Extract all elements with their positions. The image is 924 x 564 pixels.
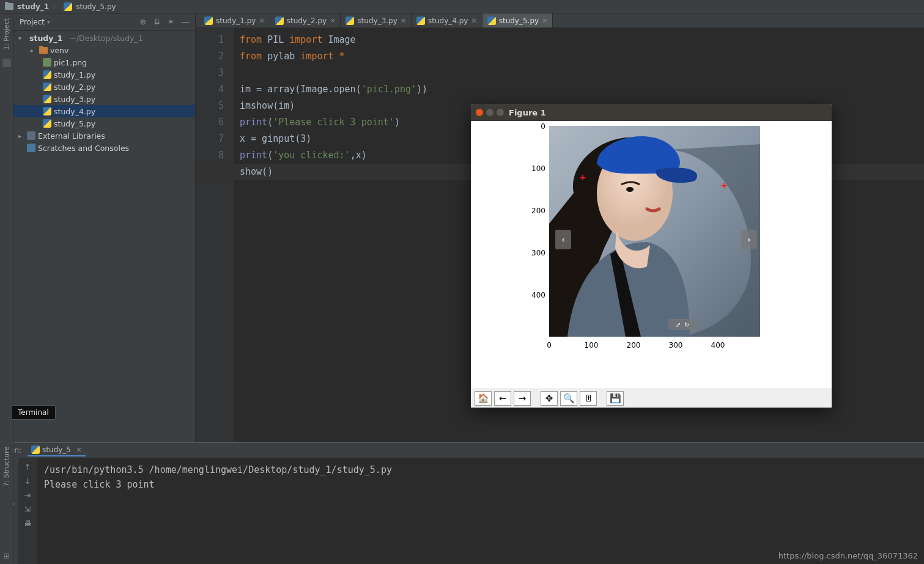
tree-label: study_5.py bbox=[54, 119, 95, 128]
python-icon bbox=[204, 16, 213, 25]
tree-file-selected[interactable]: study_4.py bbox=[13, 105, 195, 117]
sidebar-title[interactable]: Project bbox=[20, 18, 45, 26]
locate-icon[interactable]: ⊕ bbox=[138, 17, 148, 26]
window-maximize-icon[interactable] bbox=[497, 109, 504, 116]
python-icon bbox=[487, 16, 496, 25]
tree-label: study_3.py bbox=[54, 95, 95, 104]
home-button[interactable]: 🏠 bbox=[475, 391, 492, 406]
close-icon[interactable]: × bbox=[330, 16, 335, 24]
terminal-tooltip: Terminal bbox=[11, 405, 56, 420]
zoom-button[interactable]: 🔍 bbox=[560, 391, 577, 406]
breadcrumb: study_1 〉 study_5.py bbox=[0, 0, 924, 13]
python-icon bbox=[346, 16, 354, 25]
library-icon bbox=[27, 131, 35, 140]
folder-icon bbox=[39, 47, 48, 54]
image-icon bbox=[43, 58, 51, 67]
run-tab-label: study_5 bbox=[42, 445, 71, 454]
run-toolbar-2: ↑ ↓ ⇥ ⇲ 🖶 bbox=[18, 458, 37, 564]
svg-point-2 bbox=[626, 187, 634, 192]
structure-tool-button[interactable]: 7: Structure bbox=[2, 447, 10, 486]
structure-rail: 7: Structure ⊞ bbox=[0, 442, 13, 564]
run-panel: Run: study_5× ↻ ⊞ 📌 ↑ ↓ ⇥ ⇲ 🖶 /usr/bin/p… bbox=[0, 442, 924, 564]
python-icon bbox=[43, 107, 51, 115]
python-icon bbox=[43, 82, 51, 91]
fullscreen-buttons[interactable]: ⤢↻ bbox=[668, 319, 697, 330]
tree-root-path: ~/Desktop/study_1 bbox=[70, 34, 142, 43]
tab-label: study_4.py bbox=[428, 16, 468, 25]
next-image-button[interactable]: › bbox=[741, 230, 757, 249]
tree-root-name: study_1 bbox=[29, 34, 62, 43]
wrap-icon[interactable]: ⇥ bbox=[24, 491, 31, 500]
console-output[interactable]: /usr/bin/python3.5 /home/menglingwei/Des… bbox=[37, 458, 924, 564]
pan-button[interactable]: ✥ bbox=[541, 391, 558, 406]
hide-icon[interactable]: — bbox=[180, 17, 191, 26]
tab-label: study_3.py bbox=[357, 16, 397, 25]
run-tab[interactable]: study_5× bbox=[28, 444, 86, 456]
tab-label: study_1.py bbox=[216, 16, 256, 25]
tab-study-5[interactable]: study_5.py× bbox=[482, 13, 553, 27]
tree-file[interactable]: study_1.py bbox=[13, 68, 195, 81]
tree-file[interactable]: study_3.py bbox=[13, 93, 195, 105]
close-icon[interactable]: × bbox=[542, 16, 547, 24]
tree-external[interactable]: ▸External Libraries bbox=[13, 130, 195, 142]
gear-icon[interactable]: ✶ bbox=[166, 17, 176, 26]
xtick: 300 bbox=[669, 341, 683, 350]
console-line: Please click 3 point bbox=[44, 477, 917, 492]
forward-button[interactable]: → bbox=[514, 391, 531, 406]
figure-axes[interactable] bbox=[549, 126, 760, 337]
save-button[interactable]: 💾 bbox=[607, 391, 624, 406]
figure-canvas[interactable]: 0 100 200 300 400 0 100 200 300 400 + + … bbox=[471, 121, 832, 389]
window-minimize-icon[interactable] bbox=[486, 109, 493, 116]
window-close-icon[interactable] bbox=[476, 109, 483, 116]
scroll-icon[interactable]: ⇲ bbox=[24, 505, 31, 514]
tab-study-2[interactable]: study_2.py× bbox=[270, 13, 341, 27]
prev-image-button[interactable]: ‹ bbox=[555, 230, 571, 249]
line-gutter: 123456789 bbox=[196, 28, 234, 442]
tree-scratches[interactable]: Scratches and Consoles bbox=[13, 142, 195, 154]
project-sidebar: Project ▾ ⊕ ⇊ ✶ — ▾study_1 ~/Desktop/stu… bbox=[13, 13, 196, 442]
configure-button[interactable]: 🎚 bbox=[580, 391, 597, 406]
close-icon[interactable]: × bbox=[471, 16, 476, 24]
tree-label: pic1.png bbox=[54, 58, 87, 67]
tab-study-4[interactable]: study_4.py× bbox=[412, 13, 482, 27]
down-icon[interactable]: ↓ bbox=[24, 477, 31, 486]
tree-file[interactable]: study_5.py bbox=[13, 117, 195, 130]
scratches-icon bbox=[27, 144, 35, 152]
close-icon[interactable]: × bbox=[259, 16, 264, 24]
back-button[interactable]: ← bbox=[494, 391, 511, 406]
tree-file[interactable]: study_2.py bbox=[13, 81, 195, 93]
ytick: 100 bbox=[526, 164, 545, 173]
tree-file[interactable]: pic1.png bbox=[13, 56, 195, 68]
project-tool-button[interactable]: 1: Project bbox=[2, 18, 10, 50]
xtick: 0 bbox=[547, 341, 552, 350]
collapse-icon[interactable]: ⇊ bbox=[152, 17, 162, 26]
figure-titlebar[interactable]: Figure 1 bbox=[471, 104, 832, 121]
chevron-icon: 〉 bbox=[53, 1, 60, 12]
close-icon[interactable]: × bbox=[401, 16, 406, 24]
xtick: 200 bbox=[627, 341, 641, 350]
up-icon[interactable]: ↑ bbox=[24, 463, 31, 472]
print-icon[interactable]: 🖶 bbox=[24, 519, 32, 528]
rotate-icon[interactable]: ↻ bbox=[684, 321, 689, 328]
ytick: 300 bbox=[526, 249, 545, 257]
python-icon bbox=[64, 2, 72, 11]
python-icon bbox=[43, 70, 51, 79]
tree-root[interactable]: ▾study_1 ~/Desktop/study_1 bbox=[13, 32, 195, 44]
figure-window[interactable]: Figure 1 bbox=[471, 104, 832, 408]
breadcrumb-file[interactable]: study_5.py bbox=[76, 2, 116, 11]
tree-label: venv bbox=[50, 46, 68, 55]
tree-label: study_1.py bbox=[54, 70, 95, 79]
console-cmd: /usr/bin/python3.5 /home/menglingwei/Des… bbox=[44, 463, 917, 477]
rail-icon[interactable] bbox=[2, 59, 11, 67]
tab-study-1[interactable]: study_1.py× bbox=[199, 13, 270, 27]
expand-icon[interactable]: ⤢ bbox=[676, 321, 681, 328]
breadcrumb-project[interactable]: study_1 bbox=[17, 2, 49, 11]
python-icon bbox=[416, 16, 425, 25]
figure-image bbox=[549, 126, 760, 337]
rail-icon[interactable]: ⊞ bbox=[3, 552, 9, 560]
figure-toolbar: 🏠 ← → ✥ 🔍 🎚 💾 bbox=[471, 389, 832, 408]
close-icon[interactable]: × bbox=[76, 445, 82, 454]
tree-venv[interactable]: ▸venv bbox=[13, 44, 195, 56]
project-tree[interactable]: ▾study_1 ~/Desktop/study_1 ▸venv pic1.pn… bbox=[13, 31, 195, 442]
tab-study-3[interactable]: study_3.py× bbox=[341, 13, 412, 27]
